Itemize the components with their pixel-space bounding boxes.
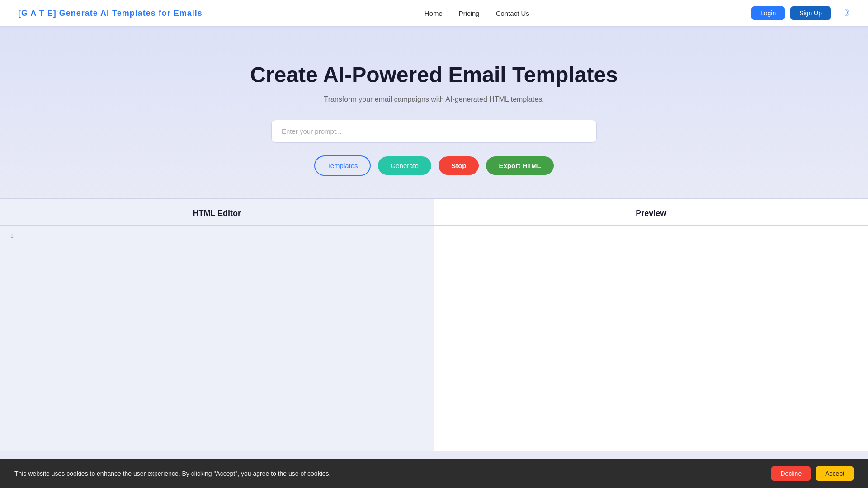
navbar: [G A T E] Generate AI Templates for Emai… bbox=[0, 0, 868, 26]
templates-button[interactable]: Templates bbox=[314, 155, 370, 176]
nav-links: Home Pricing Contact Us bbox=[425, 9, 529, 17]
cookie-banner: This website uses cookies to enhance the… bbox=[0, 459, 868, 488]
action-buttons: Templates Generate Stop Export HTML bbox=[18, 155, 850, 176]
login-button[interactable]: Login bbox=[751, 6, 785, 20]
nav-actions: Login Sign Up ☽ bbox=[751, 6, 850, 20]
nav-contact[interactable]: Contact Us bbox=[496, 9, 529, 17]
preview-body bbox=[434, 226, 868, 443]
nav-home[interactable]: Home bbox=[425, 9, 443, 17]
cookie-text: This website uses cookies to enhance the… bbox=[14, 470, 753, 477]
hero-title: Create AI-Powered Email Templates bbox=[18, 62, 850, 87]
cookie-actions: Decline Accept bbox=[771, 466, 854, 481]
stop-button[interactable]: Stop bbox=[439, 156, 479, 175]
accept-button[interactable]: Accept bbox=[816, 466, 854, 481]
line-number-1: 1 bbox=[10, 232, 14, 239]
hero-section: Create AI-Powered Email Templates Transf… bbox=[0, 26, 868, 198]
theme-toggle-icon[interactable]: ☽ bbox=[841, 7, 850, 19]
export-html-button[interactable]: Export HTML bbox=[486, 156, 553, 175]
html-editor-title: HTML Editor bbox=[0, 199, 434, 226]
editor-preview-section: HTML Editor 1 Preview bbox=[0, 198, 868, 451]
nav-pricing[interactable]: Pricing bbox=[459, 9, 480, 17]
preview-title: Preview bbox=[434, 199, 868, 226]
prompt-input[interactable] bbox=[271, 120, 597, 143]
preview-panel: Preview bbox=[434, 199, 868, 451]
editor-textarea[interactable] bbox=[18, 226, 434, 450]
editor-body: 1 bbox=[0, 226, 434, 450]
hero-subtitle: Transform your email campaigns with AI-g… bbox=[18, 95, 850, 103]
generate-button[interactable]: Generate bbox=[378, 156, 432, 175]
decline-button[interactable]: Decline bbox=[771, 466, 811, 481]
html-editor-panel: HTML Editor 1 bbox=[0, 199, 434, 451]
site-logo: [G A T E] Generate AI Templates for Emai… bbox=[18, 9, 203, 18]
line-numbers: 1 bbox=[0, 226, 18, 450]
prompt-wrapper bbox=[271, 120, 597, 143]
signup-button[interactable]: Sign Up bbox=[790, 6, 831, 20]
